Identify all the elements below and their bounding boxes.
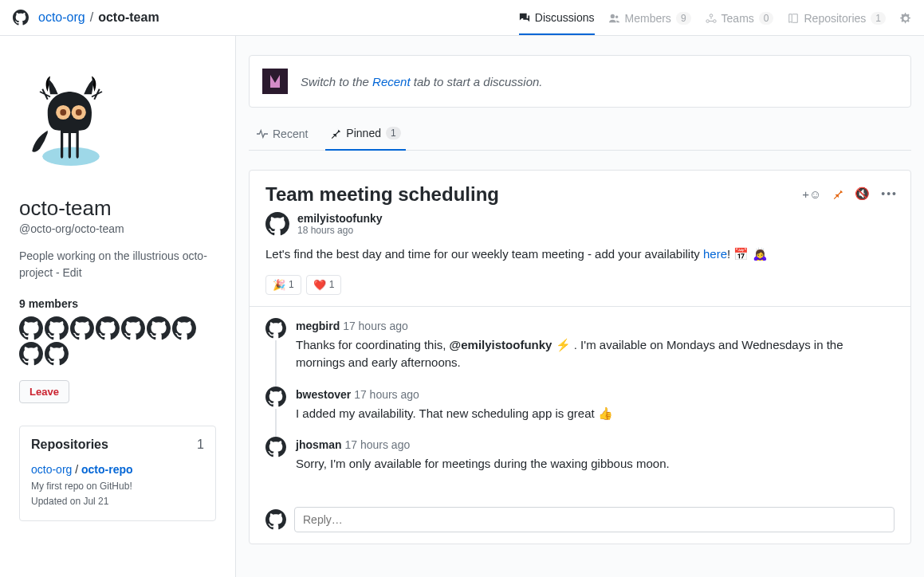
- repositories-count: 1: [197, 438, 204, 452]
- pulse-icon: [257, 128, 268, 139]
- reply-body: I added my availability. That new schedu…: [296, 405, 613, 423]
- tab-repositories-label: Repositories: [804, 12, 866, 25]
- discussion-card: +☺ 🔇 ••• Team meeting scheduling emilyis…: [249, 170, 911, 544]
- repo-description: My first repo on GitHub!: [31, 479, 204, 494]
- kebab-menu-button[interactable]: •••: [881, 187, 898, 200]
- reaction-button[interactable]: ❤️1: [306, 275, 342, 295]
- discussion-body: Let's find the best day and time for our…: [250, 245, 910, 275]
- repo-link[interactable]: octo-org / octo-repo: [31, 463, 204, 476]
- repo-name-link[interactable]: octo-repo: [81, 463, 133, 476]
- reply-input[interactable]: [294, 507, 895, 532]
- add-reaction-button[interactable]: +☺: [802, 187, 821, 201]
- team-title: octo-team: [19, 196, 216, 221]
- tab-members[interactable]: Members 9: [609, 12, 691, 34]
- reply-avatar[interactable]: [265, 318, 286, 339]
- pin-button[interactable]: [832, 188, 843, 199]
- member-avatar[interactable]: [172, 316, 196, 340]
- reply-author[interactable]: bwestover: [296, 388, 351, 401]
- repositories-heading: Repositories 1: [31, 438, 204, 452]
- current-user-avatar: [265, 509, 286, 530]
- repositories-box: Repositories 1 octo-org / octo-repo My f…: [19, 426, 216, 521]
- reply-input-row: [250, 499, 910, 544]
- tab-discussions-label: Discussions: [535, 11, 595, 24]
- post-time: 18 hours ago: [297, 225, 383, 236]
- repo-updated: Updated on Jul 21: [31, 494, 204, 509]
- tab-repositories[interactable]: Repositories 1: [788, 12, 886, 34]
- team-slug: @octo-org/octo-team: [19, 222, 216, 235]
- breadcrumb: octo-org / octo-team: [13, 10, 159, 26]
- comment-discussion-icon: [519, 12, 530, 23]
- team-avatar: [19, 71, 123, 175]
- member-avatar[interactable]: [19, 316, 43, 340]
- reply-time: 17 hours ago: [354, 388, 419, 401]
- member-avatar[interactable]: [19, 342, 43, 366]
- subtab-pinned-label: Pinned: [346, 127, 381, 139]
- replies-thread: megbird 17 hours ago Thanks for coordina…: [250, 306, 910, 499]
- pinned-count-badge: 1: [386, 127, 401, 139]
- availability-link[interactable]: here: [703, 247, 727, 261]
- reply-body: Sorry, I'm only available for meetings d…: [296, 455, 670, 473]
- member-avatar[interactable]: [121, 316, 145, 340]
- people-icon: [609, 13, 620, 24]
- reply-item: bwestover 17 hours ago I added my availa…: [265, 387, 895, 423]
- tab-members-label: Members: [625, 12, 671, 25]
- author-avatar[interactable]: [265, 212, 289, 236]
- reply-avatar[interactable]: [265, 387, 286, 407]
- tab-settings[interactable]: [900, 13, 911, 33]
- members-heading: 9 members: [19, 297, 216, 310]
- main-content: Switch to the Recent tab to start a disc…: [236, 36, 924, 577]
- start-discussion-notice: Switch to the Recent tab to start a disc…: [249, 55, 911, 108]
- breadcrumb-separator: /: [90, 10, 93, 25]
- top-bar: octo-org / octo-team Discussions Members…: [0, 0, 924, 36]
- member-avatar-grid: [19, 316, 216, 366]
- member-avatar[interactable]: [45, 316, 69, 340]
- tab-discussions[interactable]: Discussions: [519, 11, 595, 35]
- members-count-badge: 9: [676, 12, 691, 25]
- breadcrumb-team: octo-team: [98, 10, 159, 25]
- reaction-button[interactable]: 🎉1: [265, 275, 301, 295]
- discussion-subtabs: Recent Pinned 1: [249, 120, 911, 151]
- gear-icon: [900, 13, 911, 24]
- repo-org-link[interactable]: octo-org: [31, 463, 72, 476]
- reply-body: Thanks for coordinating this, @emilyisto…: [296, 336, 895, 372]
- svg-point-3: [60, 109, 66, 116]
- reply-time: 17 hours ago: [344, 438, 410, 451]
- notice-text: Switch to the Recent tab to start a disc…: [301, 75, 543, 88]
- discussion-actions: +☺ 🔇 •••: [802, 186, 898, 201]
- top-tab-nav: Discussions Members 9 Teams 0 Repositori…: [519, 11, 911, 25]
- reply-avatar[interactable]: [265, 437, 286, 457]
- teams-count-badge: 0: [759, 12, 774, 25]
- repo-icon: [788, 13, 799, 24]
- edit-description-link[interactable]: Edit: [62, 266, 81, 279]
- team-icon: [706, 13, 717, 24]
- subtab-pinned[interactable]: Pinned 1: [325, 120, 405, 151]
- reply-author[interactable]: jhosman: [296, 438, 342, 451]
- user-mention[interactable]: @emilyistoofunky: [450, 338, 552, 351]
- pin-icon: [330, 128, 341, 139]
- reply-item: megbird 17 hours ago Thanks for coordina…: [265, 318, 895, 372]
- member-avatar[interactable]: [70, 316, 94, 340]
- reply-time: 17 hours ago: [343, 320, 408, 332]
- tab-teams[interactable]: Teams 0: [706, 12, 774, 34]
- reply-author[interactable]: megbird: [296, 320, 340, 332]
- notice-recent-link[interactable]: Recent: [372, 75, 411, 88]
- sidebar: octo-team @octo-org/octo-team People wor…: [0, 36, 236, 577]
- author-name[interactable]: emilyistoofunky: [297, 212, 383, 225]
- team-description: People working on the illustrious octo-p…: [19, 248, 216, 281]
- svg-rect-5: [262, 69, 288, 94]
- mute-button[interactable]: 🔇: [855, 186, 870, 201]
- subtab-recent-label: Recent: [273, 128, 308, 140]
- member-avatar[interactable]: [147, 316, 171, 340]
- breadcrumb-org-link[interactable]: octo-org: [38, 10, 85, 25]
- org-avatar-icon: [13, 10, 29, 26]
- leave-button[interactable]: Leave: [19, 380, 69, 403]
- member-avatar[interactable]: [45, 342, 69, 366]
- tab-teams-label: Teams: [722, 12, 754, 25]
- reactions-bar: 🎉1 ❤️1: [250, 275, 910, 306]
- notice-avatar: [262, 69, 288, 94]
- svg-point-4: [76, 109, 82, 116]
- repos-count-badge: 1: [871, 12, 886, 25]
- reply-item: jhosman 17 hours ago Sorry, I'm only ava…: [265, 437, 895, 473]
- subtab-recent[interactable]: Recent: [252, 120, 313, 150]
- member-avatar[interactable]: [96, 316, 120, 340]
